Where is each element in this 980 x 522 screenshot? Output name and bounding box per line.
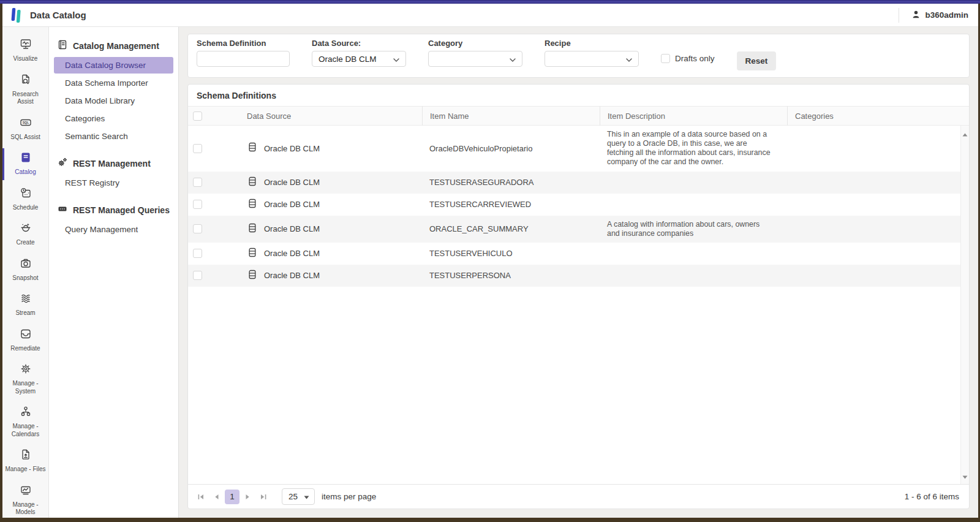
pot-sparkle-icon	[20, 222, 32, 236]
row-checkbox[interactable]	[193, 224, 202, 233]
database-icon	[247, 142, 258, 155]
rail-item-stream[interactable]: Stream	[2, 287, 48, 323]
camera-icon	[20, 257, 32, 272]
cell-data-source: Oracle DB CLM	[264, 249, 320, 258]
menu-section-header: REST Management	[49, 152, 178, 173]
rail-item-manage-models[interactable]: Manage - Models	[2, 479, 48, 522]
row-checkbox[interactable]	[193, 249, 202, 258]
rail-item-label: Manage - System	[4, 380, 47, 395]
menu-item-rest-registry[interactable]: REST Registry	[54, 175, 173, 191]
table-scrollbar[interactable]	[960, 126, 969, 484]
rail-item-sql-assist[interactable]: SQL SQL Assist	[2, 112, 48, 147]
cell-item-name: OracleDBVehiculoPropietario	[422, 144, 600, 153]
next-page-button[interactable]	[239, 489, 255, 505]
row-checkbox[interactable]	[193, 200, 202, 209]
table-row[interactable]: Oracle DB CLM TESTUSERASEGURADORA	[188, 172, 960, 194]
first-page-button[interactable]	[193, 489, 209, 505]
rail-item-manage-files[interactable]: Manage - Files	[2, 444, 48, 479]
table-footer: 1 25 items per page 1 - 6 of 6 item	[188, 484, 969, 509]
menu-item-categories[interactable]: Categories	[54, 110, 173, 127]
rail-item-label: Manage - Files	[5, 466, 45, 474]
rail-item-label: Snapshot	[12, 274, 38, 282]
rail-item-snapshot[interactable]: Snapshot	[2, 252, 48, 288]
gear-icon	[20, 363, 32, 377]
rail-item-label: Research Assist	[4, 91, 47, 106]
table-body: Oracle DB CLM OracleDBVehiculoPropietari…	[188, 126, 969, 484]
previous-page-button[interactable]	[209, 489, 225, 505]
last-page-button[interactable]	[255, 489, 271, 505]
data-source-label: Data Source:	[312, 39, 406, 48]
cell-data-source: Oracle DB CLM	[264, 144, 320, 153]
select-all-checkbox[interactable]	[193, 112, 202, 121]
menu-item-query-management[interactable]: Query Management	[54, 221, 173, 238]
chevron-down-icon	[393, 55, 399, 64]
rail-item-label: Create	[16, 239, 34, 247]
rail-item-research-assist[interactable]: Research Assist	[2, 69, 48, 112]
database-icon	[247, 269, 258, 282]
menu-section-rest-management: REST Management REST Registry	[49, 152, 178, 191]
scroll-up-icon[interactable]	[962, 128, 968, 139]
category-select[interactable]	[428, 51, 522, 67]
side-menu: Catalog Management Data Catalog Browser …	[49, 27, 179, 518]
table-row[interactable]: Oracle DB CLM OracleDBVehiculoPropietari…	[188, 126, 960, 172]
table-row[interactable]: Oracle DB CLM TESTUSERPERSONA	[188, 265, 960, 287]
menu-item-data-model-library[interactable]: Data Model Library	[54, 93, 173, 109]
rail-item-catalog[interactable]: Catalog	[2, 146, 48, 182]
rail-item-create[interactable]: Create	[2, 217, 48, 252]
page-size-select[interactable]: 25	[282, 488, 315, 505]
data-source-select[interactable]: Oracle DB CLM	[312, 51, 406, 67]
svg-text:SQL: SQL	[22, 121, 29, 124]
cell-data-source: Oracle DB CLM	[264, 271, 320, 280]
reset-button[interactable]: Reset	[737, 51, 777, 70]
cell-item-description: This in an example of a data source base…	[600, 126, 787, 172]
menu-section-catalog-management: Catalog Management Data Catalog Browser …	[49, 34, 178, 145]
rail-item-label: Remediate	[10, 345, 40, 353]
cell-item-name: TESTUSERVEHICULO	[422, 249, 600, 258]
schema-definition-input[interactable]	[197, 51, 290, 67]
table-row[interactable]: Oracle DB CLM TESTUSERVEHICULO	[188, 243, 960, 265]
chevron-down-icon	[510, 55, 516, 64]
table-row[interactable]: Oracle DB CLM ORACLE_CAR_SUMMARY A catal…	[188, 216, 960, 243]
drafts-only-checkbox[interactable]	[661, 54, 670, 63]
rail-item-manage-calendars[interactable]: Manage - Calendars	[2, 401, 48, 444]
table-row[interactable]: Oracle DB CLM TESTUSERCARREVIEWED	[188, 194, 960, 216]
database-icon	[247, 222, 258, 236]
row-checkbox[interactable]	[193, 178, 202, 187]
main-content: Schema Definition Data Source: Oracle DB…	[179, 27, 978, 518]
menu-item-semantic-search[interactable]: Semantic Search	[54, 128, 173, 145]
row-checkbox[interactable]	[193, 144, 202, 153]
dropdown-arrow-icon	[304, 492, 309, 501]
current-page-button[interactable]: 1	[225, 490, 239, 504]
items-range-label: 1 - 6 of 6 items	[905, 492, 959, 501]
user-menu[interactable]: b360admin	[899, 8, 968, 23]
menu-item-data-schema-importer[interactable]: Data Schema Importer	[54, 75, 173, 91]
rail-item-label: Manage - Models	[4, 501, 47, 516]
cell-data-source: Oracle DB CLM	[264, 200, 320, 209]
gears-icon	[58, 157, 67, 169]
scroll-down-icon[interactable]	[962, 471, 968, 482]
inbox-icon	[20, 328, 32, 342]
rail-item-label: Visualize	[13, 55, 38, 63]
cell-data-source: Oracle DB CLM	[264, 224, 320, 233]
items-per-page-label: items per page	[322, 492, 376, 501]
rail-item-schedule[interactable]: Schedule	[2, 182, 48, 218]
drafts-only-label: Drafts only	[675, 54, 715, 63]
calendar-clock-icon	[20, 187, 32, 202]
window-accent-strip	[0, 0, 980, 4]
cell-data-source: Oracle DB CLM	[264, 178, 320, 187]
rail-item-manage-system[interactable]: Manage - System	[2, 358, 48, 401]
database-icon	[247, 198, 258, 211]
menu-section-rest-managed-queries: REST Managed Queries Query Management	[49, 199, 178, 238]
book-icon	[20, 151, 32, 166]
recipe-label: Recipe	[545, 39, 639, 48]
row-checkbox[interactable]	[193, 271, 202, 280]
menu-item-data-catalog-browser[interactable]: Data Catalog Browser	[54, 57, 173, 74]
rail-item-remediate[interactable]: Remediate	[2, 323, 48, 358]
menu-section-header: REST Managed Queries	[49, 199, 178, 220]
app-logo-icon	[10, 7, 23, 23]
recipe-select[interactable]	[545, 51, 639, 67]
rail-item-visualize[interactable]: Visualize	[2, 33, 48, 69]
cell-item-name: ORACLE_CAR_SUMMARY	[422, 224, 600, 233]
chevron-down-icon	[626, 55, 632, 64]
waves-icon	[20, 292, 32, 307]
